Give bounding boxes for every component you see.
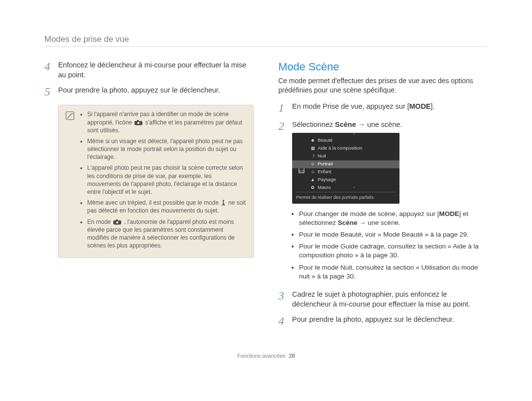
right-step-3: 3 Cadrez le sujet à photographier, puis … (278, 290, 488, 309)
step-number: 1 (278, 102, 292, 114)
mode-key-label: MODE (409, 102, 431, 110)
step-number: 4 (44, 61, 58, 80)
footer-page-number: 28 (289, 353, 295, 359)
chevron-down-icon: ˅ (353, 186, 356, 192)
tripod-person-icon (221, 200, 226, 206)
face-icon: ☻ (310, 138, 316, 144)
running-head: Modes de prise de vue (44, 34, 488, 47)
section-heading: Mode Scène (278, 61, 488, 73)
right-column: Mode Scène Ce mode permet d'effectuer de… (278, 61, 488, 333)
portrait-icon: ☺ (310, 161, 316, 167)
lcd-item-macro: ✿Macro (292, 184, 399, 192)
note-item: L'appareil photo peut ne pas choisir la … (87, 164, 246, 196)
flower-icon: ✿ (310, 185, 316, 191)
step-number: 5 (44, 86, 58, 98)
note-icon (66, 111, 74, 120)
list-item: Pour changer de mode de scène, appuyez s… (299, 210, 488, 227)
note-item: En mode SMART , l'autonomie de l'apparei… (87, 218, 246, 250)
step2-sublist: Pour changer de mode de scène, appuyez s… (292, 210, 488, 281)
note-box: Si l'appareil n'arrive pas à identifier … (58, 105, 254, 258)
two-columns: 4 Enfoncez le déclencheur à mi-course po… (44, 61, 488, 333)
step-number: 2 (278, 120, 292, 284)
lcd-item-enfant: ☺Enfant (292, 168, 399, 176)
right-step-1: 1 En mode Prise de vue, appuyez sur [MOD… (278, 102, 488, 114)
child-icon: ☺ (310, 169, 316, 175)
step-text: Pour prendre la photo, appuyez sur le dé… (292, 315, 488, 327)
step-text: Sélectionnez Scène → une scène. ˄ SCN ☻B… (292, 120, 488, 284)
moon-icon: ☽ (310, 154, 316, 159)
step-number: 4 (278, 315, 292, 327)
svg-text:SMART: SMART (136, 124, 141, 125)
step-text: Pour prendre la photo, appuyez sur le dé… (58, 86, 254, 98)
list-item: Pour le mode Beauté, voir « Mode Beauté … (299, 230, 488, 239)
lcd-item-portrait: ☺Portrait (292, 160, 399, 168)
page-footer: Fonctions avancées 28 (44, 353, 488, 359)
left-column: 4 Enfoncez le déclencheur à mi-course po… (44, 61, 254, 333)
svg-rect-8 (116, 219, 118, 221)
svg-rect-2 (137, 120, 139, 122)
note-item: Même si un visage est détecté, l'apparei… (87, 137, 246, 161)
landscape-icon: ▲ (310, 177, 316, 183)
smart-camera-icon: SMART (134, 120, 142, 125)
svg-text:SMART: SMART (115, 223, 120, 225)
right-step-2: 2 Sélectionnez Scène → une scène. ˄ SCN … (278, 120, 488, 284)
note-item: Si l'appareil n'arrive pas à identifier … (87, 110, 246, 134)
svg-point-5 (223, 200, 224, 201)
lcd-item-aide: ▦Aide à la composition (292, 145, 399, 153)
guide-icon: ▦ (310, 146, 316, 152)
lcd-item-nuit: ☽Nuit (292, 153, 399, 160)
lcd-menu: ☻Beauté ▦Aide à la composition ☽Nuit ☺Po… (292, 137, 399, 192)
left-step-4: 4 Enfoncez le déclencheur à mi-course po… (44, 61, 254, 80)
step-text: Enfoncez le déclencheur à mi-course pour… (58, 61, 254, 80)
lcd-item-beaute: ☻Beauté (292, 137, 399, 145)
step-text: Cadrez le sujet à photographier, puis en… (292, 290, 488, 309)
note-list: Si l'appareil n'arrive pas à identifier … (80, 110, 246, 252)
page: Modes de prise de vue 4 Enfoncez le décl… (0, 0, 532, 373)
footer-section: Fonctions avancées (237, 353, 285, 359)
lcd-item-paysage: ▲Paysage (292, 176, 399, 184)
list-item: Pour le mode Guide cadrage, consultez la… (299, 242, 488, 260)
step-text: En mode Prise de vue, appuyez sur [MODE]… (292, 102, 488, 114)
smart-camera-icon: SMART (113, 219, 121, 225)
note-item: Même avec un trépied, il est possible qu… (87, 199, 246, 215)
left-step-5: 5 Pour prendre la photo, appuyez sur le … (44, 86, 254, 98)
step-number: 3 (278, 290, 292, 309)
right-step-4: 4 Pour prendre la photo, appuyez sur le … (278, 315, 488, 327)
camera-lcd-screenshot: ˄ SCN ☻Beauté ▦Aide à la composition ☽Nu… (292, 133, 399, 204)
lcd-description: Permet de réaliser des portraits parfait… (296, 192, 396, 200)
section-intro: Ce mode permet d'effectuer des prises de… (278, 76, 488, 95)
list-item: Pour le mode Nuit, consultez la section … (299, 263, 488, 281)
